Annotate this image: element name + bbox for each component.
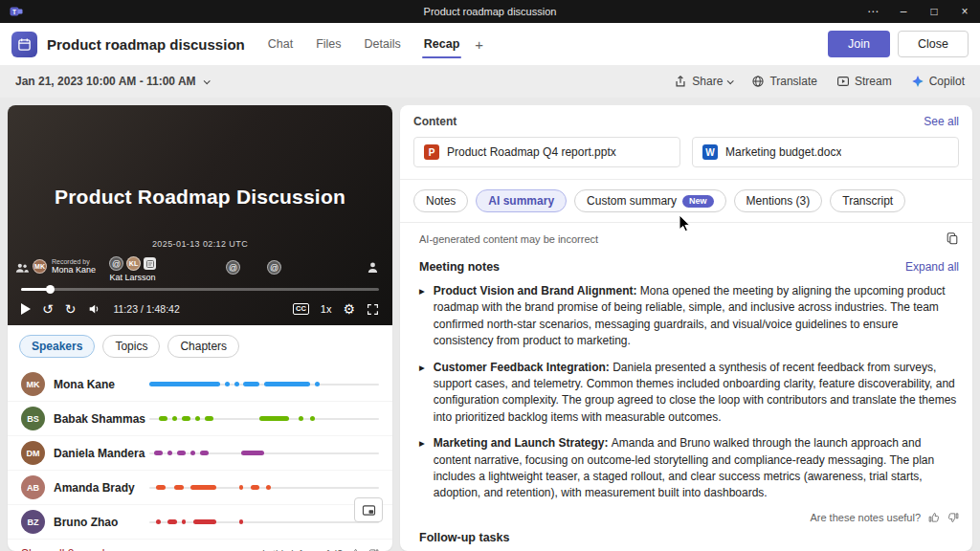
tab-details[interactable]: Details: [363, 24, 403, 64]
captions-button[interactable]: CC: [293, 303, 309, 315]
timeline-segment[interactable]: [156, 519, 161, 524]
speaker-avatar: BZ: [21, 510, 45, 534]
timeline-segment[interactable]: [149, 382, 220, 386]
tab-recap[interactable]: Recap: [422, 24, 462, 64]
timeline-segment[interactable]: [225, 382, 230, 386]
timeline-segment[interactable]: [251, 485, 260, 490]
skip-back-10-button[interactable]: ↺: [42, 302, 54, 316]
timeline-segment[interactable]: [159, 416, 168, 421]
tab-label: AI summary: [488, 194, 554, 208]
timeline-segment[interactable]: [234, 382, 239, 386]
close-meeting-button[interactable]: Close: [898, 31, 969, 57]
timeline-segment[interactable]: [156, 485, 166, 490]
close-window-button[interactable]: ×: [949, 0, 980, 23]
skip-forward-10-button[interactable]: ↻: [65, 302, 77, 316]
timeline-segment[interactable]: [190, 485, 215, 490]
window-titlebar: T Product roadmap discussion ⋯ – □ ×: [0, 0, 980, 23]
speaker-timeline[interactable]: [149, 452, 379, 454]
volume-button[interactable]: [87, 302, 101, 316]
playback-speed-button[interactable]: 1x: [321, 304, 332, 315]
timeline-segment[interactable]: [264, 382, 310, 386]
timeline-segment[interactable]: [182, 416, 191, 421]
speaker-marker[interactable]: @ KL Kat Larsson: [109, 256, 156, 282]
meeting-icon: [11, 32, 37, 57]
content-title: Content: [413, 115, 457, 128]
recorded-by-marker[interactable]: MK Recorded by Mona Kane: [33, 258, 96, 275]
timeline-segment[interactable]: [205, 416, 214, 421]
video-player[interactable]: Product Roadmap Discussion 2025-01-13 02…: [8, 105, 392, 325]
collapse-triangle-icon[interactable]: ▶: [419, 435, 425, 502]
timeline-segment[interactable]: [315, 382, 320, 386]
timeline-segment[interactable]: [195, 416, 200, 421]
meeting-datetime: Jan 21, 2023 10:00 AM - 11:00 AM: [15, 75, 196, 88]
timeline-segment[interactable]: [241, 451, 264, 455]
timeline-segment[interactable]: [174, 485, 184, 490]
translate-button[interactable]: Translate: [751, 75, 817, 88]
tab-custom-summary[interactable]: Custom summaryNew: [574, 189, 726, 212]
timeline-segment[interactable]: [243, 382, 259, 386]
file-card-docx[interactable]: WMarketing budget.docx: [692, 137, 959, 167]
tab-transcript[interactable]: Transcript: [830, 189, 905, 212]
expand-all-link[interactable]: Expand all: [905, 260, 959, 274]
show-all-speakers-link[interactable]: Show all 8 speakers: [21, 547, 134, 551]
mention-icon[interactable]: @: [267, 260, 281, 275]
notes-thumbs-down-button[interactable]: [947, 512, 959, 523]
timeline-segment[interactable]: [239, 485, 244, 490]
settings-gear-button[interactable]: ⚙: [343, 302, 355, 316]
timeline-segment[interactable]: [177, 451, 187, 455]
timeline-segment[interactable]: [200, 451, 210, 455]
minimize-button[interactable]: –: [888, 0, 919, 23]
timeline-segment[interactable]: [154, 451, 164, 455]
timeline-segment[interactable]: [259, 416, 289, 421]
more-options-button[interactable]: ⋯: [858, 0, 888, 23]
copilot-button[interactable]: Copilot: [911, 75, 965, 88]
timeline-segment[interactable]: [167, 519, 177, 524]
fullscreen-button[interactable]: [367, 303, 379, 316]
play-button[interactable]: [21, 303, 31, 315]
tab-files[interactable]: Files: [314, 24, 343, 64]
file-card-pptx[interactable]: PProduct Roadmap Q4 report.pptx: [413, 137, 680, 167]
mention-icon[interactable]: @: [226, 260, 240, 275]
timeline-segment[interactable]: [190, 451, 195, 455]
speaker-timeline[interactable]: [149, 521, 379, 523]
ai-disclaimer: AI-generated content may be incorrect: [419, 233, 598, 245]
speaker-timeline[interactable]: [149, 418, 379, 420]
tab-topics[interactable]: Topics: [102, 335, 160, 358]
collapse-triangle-icon[interactable]: ▶: [419, 283, 425, 350]
notes-thumbs-up-button[interactable]: [928, 512, 940, 523]
timeline-segment[interactable]: [310, 416, 315, 421]
timeline-segment[interactable]: [167, 451, 172, 455]
add-tab-button[interactable]: +: [471, 36, 487, 53]
note-text: Customer Feedback Integration: Daniela p…: [434, 360, 959, 427]
join-button[interactable]: Join: [828, 31, 890, 57]
meeting-note-item[interactable]: ▶Customer Feedback Integration: Daniela …: [419, 360, 959, 427]
tab-notes[interactable]: Notes: [413, 189, 468, 212]
maximize-button[interactable]: □: [919, 0, 949, 23]
stream-button[interactable]: Stream: [836, 75, 892, 88]
speaker-timeline[interactable]: [149, 384, 379, 386]
copy-button[interactable]: [946, 231, 959, 246]
speaker-timeline[interactable]: [149, 487, 379, 489]
timeline-segment[interactable]: [266, 485, 271, 490]
open-in-window-button[interactable]: [354, 497, 383, 522]
recorder-name: Mona Kane: [52, 265, 96, 275]
tab-mentions-3[interactable]: Mentions (3): [734, 189, 823, 212]
timeline-segment[interactable]: [239, 519, 244, 524]
timeline-segment[interactable]: [299, 416, 303, 421]
tab-speakers[interactable]: Speakers: [19, 335, 95, 358]
mention-icon[interactable]: @: [109, 256, 123, 271]
collapse-triangle-icon[interactable]: ▶: [419, 360, 425, 427]
meeting-datetime-dropdown[interactable]: Jan 21, 2023 10:00 AM - 11:00 AM: [15, 75, 209, 88]
tab-chapters[interactable]: Chapters: [167, 335, 239, 358]
see-all-link[interactable]: See all: [924, 115, 959, 128]
video-progress-bar[interactable]: [21, 288, 379, 291]
tab-ai-summary[interactable]: AI summary: [476, 189, 567, 212]
timeline-segment[interactable]: [182, 519, 187, 524]
timeline-segment[interactable]: [193, 519, 216, 524]
tab-chat[interactable]: Chat: [266, 24, 295, 64]
meeting-note-item[interactable]: ▶Marketing and Launch Strategy: Amanda a…: [419, 435, 959, 502]
chevron-down-icon: [727, 77, 734, 84]
share-button[interactable]: Share: [674, 75, 732, 88]
meeting-note-item[interactable]: ▶Product Vision and Brand Alignment: Mon…: [419, 283, 959, 350]
timeline-segment[interactable]: [172, 416, 177, 421]
